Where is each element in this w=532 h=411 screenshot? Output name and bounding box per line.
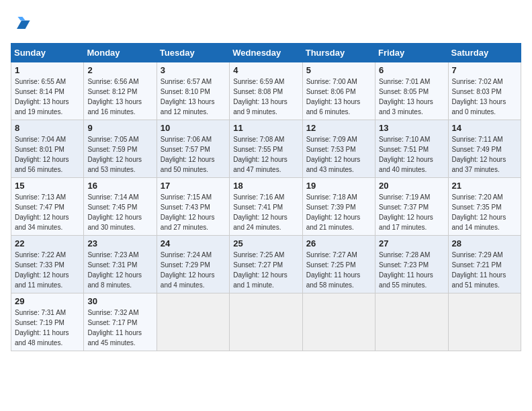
calendar-day-cell: 4 Sunrise: 6:59 AM Sunset: 8:08 PM Dayli… (230, 62, 302, 120)
calendar-day-cell: 8 Sunrise: 7:04 AM Sunset: 8:01 PM Dayli… (11, 120, 84, 178)
day-number: 10 (161, 123, 226, 133)
calendar-day-cell: 27 Sunrise: 7:28 AM Sunset: 7:23 PM Dayl… (375, 236, 448, 293)
day-info: Sunrise: 6:55 AM Sunset: 8:14 PM Dayligh… (15, 77, 80, 117)
calendar-day-cell: 12 Sunrise: 7:09 AM Sunset: 7:53 PM Dayl… (302, 120, 375, 178)
day-number: 8 (15, 123, 80, 133)
calendar-day-cell (157, 293, 229, 351)
day-header-wednesday: Wednesday (230, 44, 302, 62)
day-number: 5 (306, 65, 371, 75)
calendar-table: SundayMondayTuesdayWednesdayThursdayFrid… (11, 43, 521, 351)
day-number: 29 (15, 296, 80, 306)
calendar-day-cell: 9 Sunrise: 7:05 AM Sunset: 7:59 PM Dayli… (84, 120, 157, 178)
day-info: Sunrise: 6:57 AM Sunset: 8:10 PM Dayligh… (161, 77, 226, 117)
day-info: Sunrise: 7:18 AM Sunset: 7:39 PM Dayligh… (306, 192, 371, 232)
day-info: Sunrise: 7:11 AM Sunset: 7:49 PM Dayligh… (452, 134, 517, 175)
calendar-day-cell (375, 293, 448, 351)
day-number: 12 (306, 123, 371, 133)
day-number: 15 (15, 181, 80, 191)
day-info: Sunrise: 7:14 AM Sunset: 7:45 PM Dayligh… (87, 192, 152, 232)
day-info: Sunrise: 7:28 AM Sunset: 7:23 PM Dayligh… (379, 250, 444, 290)
header (11, 11, 521, 35)
svg-marker-1 (17, 17, 25, 21)
calendar-day-cell: 23 Sunrise: 7:23 AM Sunset: 7:31 PM Dayl… (84, 236, 157, 293)
day-info: Sunrise: 7:02 AM Sunset: 8:03 PM Dayligh… (452, 77, 517, 117)
day-number: 21 (452, 181, 517, 191)
calendar-day-cell: 21 Sunrise: 7:20 AM Sunset: 7:35 PM Dayl… (448, 178, 521, 236)
day-number: 9 (87, 123, 152, 133)
calendar-day-cell: 16 Sunrise: 7:14 AM Sunset: 7:45 PM Dayl… (84, 178, 157, 236)
calendar-day-cell: 24 Sunrise: 7:24 AM Sunset: 7:29 PM Dayl… (157, 236, 229, 293)
day-header-thursday: Thursday (302, 44, 375, 62)
calendar-day-cell: 18 Sunrise: 7:16 AM Sunset: 7:41 PM Dayl… (230, 178, 302, 236)
day-info: Sunrise: 7:15 AM Sunset: 7:43 PM Dayligh… (161, 192, 226, 232)
calendar-day-cell: 5 Sunrise: 7:00 AM Sunset: 8:06 PM Dayli… (302, 62, 375, 120)
day-number: 24 (161, 238, 226, 248)
day-header-monday: Monday (84, 44, 157, 62)
day-number: 30 (87, 296, 152, 306)
day-number: 27 (379, 238, 444, 248)
day-info: Sunrise: 7:25 AM Sunset: 7:27 PM Dayligh… (233, 250, 298, 290)
day-info: Sunrise: 7:13 AM Sunset: 7:47 PM Dayligh… (15, 192, 80, 232)
day-info: Sunrise: 7:01 AM Sunset: 8:05 PM Dayligh… (379, 77, 444, 117)
day-number: 13 (379, 123, 444, 133)
day-info: Sunrise: 7:24 AM Sunset: 7:29 PM Dayligh… (161, 250, 226, 290)
day-info: Sunrise: 7:31 AM Sunset: 7:19 PM Dayligh… (15, 308, 80, 348)
day-info: Sunrise: 7:10 AM Sunset: 7:51 PM Dayligh… (379, 134, 444, 175)
day-number: 19 (306, 181, 371, 191)
day-info: Sunrise: 7:00 AM Sunset: 8:06 PM Dayligh… (306, 77, 371, 117)
day-info: Sunrise: 7:27 AM Sunset: 7:25 PM Dayligh… (306, 250, 371, 290)
calendar-day-cell: 7 Sunrise: 7:02 AM Sunset: 8:03 PM Dayli… (448, 62, 521, 120)
day-number: 3 (161, 65, 226, 75)
day-info: Sunrise: 7:16 AM Sunset: 7:41 PM Dayligh… (233, 192, 298, 232)
day-info: Sunrise: 7:23 AM Sunset: 7:31 PM Dayligh… (87, 250, 152, 290)
calendar-day-cell: 28 Sunrise: 7:29 AM Sunset: 7:21 PM Dayl… (448, 236, 521, 293)
day-number: 11 (233, 123, 298, 133)
calendar-day-cell: 25 Sunrise: 7:25 AM Sunset: 7:27 PM Dayl… (230, 236, 302, 293)
day-number: 16 (87, 181, 152, 191)
svg-marker-0 (17, 21, 30, 30)
day-number: 25 (233, 238, 298, 248)
day-number: 14 (452, 123, 517, 133)
day-info: Sunrise: 6:56 AM Sunset: 8:12 PM Dayligh… (87, 77, 152, 117)
calendar-day-cell: 10 Sunrise: 7:06 AM Sunset: 7:57 PM Dayl… (157, 120, 229, 178)
day-number: 4 (233, 65, 298, 75)
calendar-day-cell: 1 Sunrise: 6:55 AM Sunset: 8:14 PM Dayli… (11, 62, 84, 120)
calendar-day-cell (302, 293, 375, 351)
day-info: Sunrise: 6:59 AM Sunset: 8:08 PM Dayligh… (233, 77, 298, 117)
day-number: 20 (379, 181, 444, 191)
day-info: Sunrise: 7:22 AM Sunset: 7:33 PM Dayligh… (15, 250, 80, 290)
day-info: Sunrise: 7:04 AM Sunset: 8:01 PM Dayligh… (15, 134, 80, 175)
calendar-day-cell: 29 Sunrise: 7:31 AM Sunset: 7:19 PM Dayl… (11, 293, 84, 351)
day-info: Sunrise: 7:06 AM Sunset: 7:57 PM Dayligh… (161, 134, 226, 175)
calendar-day-cell: 20 Sunrise: 7:19 AM Sunset: 7:37 PM Dayl… (375, 178, 448, 236)
calendar-day-cell: 17 Sunrise: 7:15 AM Sunset: 7:43 PM Dayl… (157, 178, 229, 236)
calendar-day-cell: 22 Sunrise: 7:22 AM Sunset: 7:33 PM Dayl… (11, 236, 84, 293)
day-number: 18 (233, 181, 298, 191)
day-header-sunday: Sunday (11, 44, 84, 62)
day-info: Sunrise: 7:09 AM Sunset: 7:53 PM Dayligh… (306, 134, 371, 175)
day-number: 23 (87, 238, 152, 248)
calendar-header-row: SundayMondayTuesdayWednesdayThursdayFrid… (11, 44, 521, 62)
calendar-day-cell: 26 Sunrise: 7:27 AM Sunset: 7:25 PM Dayl… (302, 236, 375, 293)
calendar-day-cell: 3 Sunrise: 6:57 AM Sunset: 8:10 PM Dayli… (157, 62, 229, 120)
day-info: Sunrise: 7:32 AM Sunset: 7:17 PM Dayligh… (87, 308, 152, 348)
calendar-day-cell: 11 Sunrise: 7:08 AM Sunset: 7:55 PM Dayl… (230, 120, 302, 178)
logo-icon (12, 13, 31, 32)
calendar-day-cell (230, 293, 302, 351)
day-number: 2 (87, 65, 152, 75)
calendar-week-row: 1 Sunrise: 6:55 AM Sunset: 8:14 PM Dayli… (11, 62, 521, 120)
calendar-day-cell: 19 Sunrise: 7:18 AM Sunset: 7:39 PM Dayl… (302, 178, 375, 236)
day-number: 22 (15, 238, 80, 248)
calendar-day-cell: 30 Sunrise: 7:32 AM Sunset: 7:17 PM Dayl… (84, 293, 157, 351)
calendar-day-cell: 13 Sunrise: 7:10 AM Sunset: 7:51 PM Dayl… (375, 120, 448, 178)
day-info: Sunrise: 7:05 AM Sunset: 7:59 PM Dayligh… (87, 134, 152, 175)
day-header-tuesday: Tuesday (157, 44, 229, 62)
day-number: 17 (161, 181, 226, 191)
day-number: 1 (15, 65, 80, 75)
calendar-day-cell: 15 Sunrise: 7:13 AM Sunset: 7:47 PM Dayl… (11, 178, 84, 236)
day-info: Sunrise: 7:08 AM Sunset: 7:55 PM Dayligh… (233, 134, 298, 175)
calendar-week-row: 15 Sunrise: 7:13 AM Sunset: 7:47 PM Dayl… (11, 178, 521, 236)
day-info: Sunrise: 7:29 AM Sunset: 7:21 PM Dayligh… (452, 250, 517, 290)
day-number: 7 (452, 65, 517, 75)
day-number: 28 (452, 238, 517, 248)
